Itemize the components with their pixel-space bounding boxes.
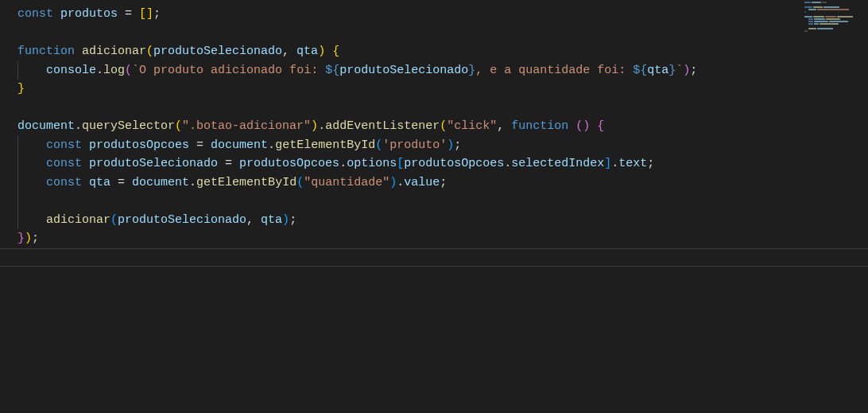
code-line[interactable]: [17, 192, 868, 211]
argument: produtoSelecionado: [118, 213, 246, 227]
code-line[interactable]: document.querySelector(".botao-adicionar…: [17, 117, 868, 136]
code-line[interactable]: const produtos = [];: [17, 5, 868, 24]
keyword: function: [17, 45, 75, 58]
function-name: adicionar: [82, 45, 146, 58]
bracket-close: ]: [146, 7, 153, 21]
code-line[interactable]: }: [17, 80, 868, 99]
keyword: const: [46, 176, 82, 189]
string: ".botao-adicionar": [182, 119, 311, 133]
keyword: const: [17, 7, 53, 21]
code-line[interactable]: [17, 99, 868, 118]
object: console: [46, 64, 96, 77]
parameter: produtoSelecionado: [153, 45, 282, 58]
code-line[interactable]: });: [17, 229, 868, 248]
object: document: [132, 176, 189, 189]
minimap[interactable]: [804, 2, 866, 33]
code-line-cursor[interactable]: [17, 248, 868, 267]
argument: qta: [261, 213, 282, 227]
variable: produtosOpcoes: [89, 138, 189, 152]
code-editor[interactable]: const produtos = []; function adicionar(…: [0, 0, 868, 413]
string: , e a quantidade foi:: [475, 64, 633, 77]
keyword: function: [511, 119, 568, 133]
string: 'produto': [382, 138, 447, 152]
function-call: adicionar: [46, 213, 110, 227]
keyword: const: [46, 138, 82, 152]
code-line[interactable]: adicionar(produtoSelecionado, qta);: [17, 211, 868, 230]
code-line[interactable]: const produtosOpcoes = document.getEleme…: [17, 136, 868, 155]
method: querySelector: [82, 119, 175, 133]
variable: qta: [89, 176, 110, 189]
property: text: [618, 157, 647, 170]
code-line[interactable]: function adicionar(produtoSelecionado, q…: [17, 42, 868, 61]
template-var: produtoSelecionado: [339, 64, 468, 77]
string: O produto adicionado foi:: [139, 64, 325, 77]
property: options: [347, 157, 397, 170]
code-line[interactable]: [17, 24, 868, 43]
parameter: qta: [296, 45, 318, 58]
method: log: [103, 64, 125, 77]
object: produtosOpcoes: [239, 157, 339, 170]
method: getElementById: [275, 138, 375, 152]
property: value: [404, 176, 440, 189]
keyword: const: [46, 157, 82, 170]
variable: produtoSelecionado: [89, 157, 218, 170]
template-var: qta: [647, 64, 668, 77]
object: document: [17, 119, 75, 133]
property: selectedIndex: [511, 157, 604, 170]
method: addEventListener: [325, 119, 440, 133]
string: "click": [447, 119, 497, 133]
code-line[interactable]: const produtoSelecionado = produtosOpcoe…: [17, 154, 868, 173]
method: getElementById: [196, 176, 296, 189]
string: "quantidade": [304, 176, 389, 189]
code-line[interactable]: console.log(`O produto adicionado foi: $…: [17, 61, 868, 80]
variable: produtos: [60, 7, 118, 21]
object: document: [211, 138, 268, 152]
bracket-open: [: [139, 7, 146, 21]
object: produtosOpcoes: [404, 157, 504, 170]
code-line[interactable]: const qta = document.getElementById("qua…: [17, 173, 868, 193]
